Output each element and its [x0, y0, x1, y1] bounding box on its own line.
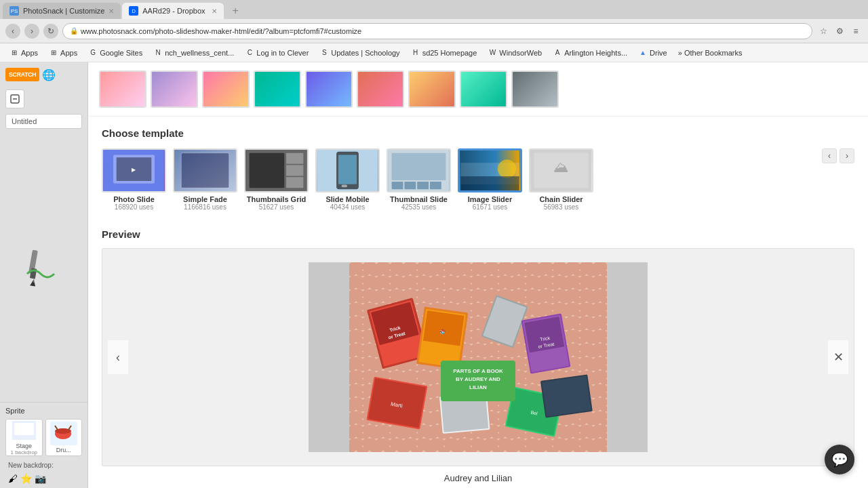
menu-icon[interactable]: ≡	[849, 24, 863, 38]
content-area: Choose template ▶ Photo Sl	[88, 62, 868, 488]
template-simple-fade-uses: 1166816 uses	[184, 203, 226, 211]
bookmark-drive-label: Drive	[650, 49, 667, 57]
template-slide-mobile-thumb	[315, 148, 380, 192]
template-thumbnail-slide[interactable]: Thumbnail Slide 42535 uses	[387, 148, 451, 211]
template-section: Choose template ▶ Photo Sl	[88, 117, 868, 222]
new-tab-button[interactable]: +	[225, 3, 245, 19]
left-sidebar: SCRATCH 🌐 Untitled Sprite	[0, 62, 88, 488]
backdrop-tools: 🖌 ⭐ 📷	[3, 472, 85, 485]
thumbnail-9[interactable]	[511, 70, 559, 108]
thumbnail-1[interactable]	[99, 70, 146, 108]
main-layout: SCRATCH 🌐 Untitled Sprite	[0, 62, 868, 488]
new-backdrop-label: New backdrop:	[3, 459, 85, 472]
bookmark-schoology-label: Updates | Schoology	[331, 49, 399, 57]
scratch-logo[interactable]: SCRATCH	[5, 68, 39, 81]
bookmark-apps-1[interactable]: ⊞ Apps	[5, 47, 42, 59]
svg-rect-31	[404, 182, 416, 189]
template-image-slider[interactable]: Image Slider 61671 uses	[458, 148, 522, 211]
template-photo-slide-name: Photo Slide	[113, 195, 155, 203]
bookmark-google-sites[interactable]: G Google Sites	[84, 47, 146, 59]
template-chain-slider-name: Chain Slider	[539, 195, 583, 203]
bookmark-windsor[interactable]: W WindsorWeb	[484, 47, 546, 59]
thumb-img-3	[203, 72, 248, 106]
preview-next-button[interactable]: ✕	[828, 340, 848, 374]
template-photo-slide-uses: 168920 uses	[115, 203, 153, 211]
template-chain-slider-uses: 56983 uses	[544, 203, 579, 211]
forward-button[interactable]: ›	[24, 24, 39, 39]
thumbnail-8[interactable]	[460, 70, 507, 108]
template-slide-mobile[interactable]: Slide Mobile 40434 uses	[315, 148, 380, 211]
bookmark-nch[interactable]: N nch_wellness_cent...	[149, 47, 238, 59]
chat-bubble[interactable]: 💬	[825, 445, 854, 474]
bookmark-drive[interactable]: ▲ Drive	[634, 47, 671, 59]
sprite-section: Sprite Stage 1 backdrop	[0, 402, 87, 488]
bookmark-schoology[interactable]: S Updates | Schoology	[315, 47, 403, 59]
svg-point-36	[498, 160, 516, 178]
tab-close-dropbox[interactable]: ✕	[212, 7, 217, 15]
thumb-img-5	[307, 72, 351, 106]
untitled-field[interactable]: Untitled	[5, 114, 82, 129]
stage-thumb	[10, 420, 37, 441]
thumbnail-7[interactable]	[408, 70, 456, 108]
star-icon[interactable]: ☆	[816, 24, 830, 38]
thumbnail-5[interactable]	[305, 70, 353, 108]
bookmark-arlington[interactable]: A Arlington Heights...	[549, 47, 631, 59]
template-thumbnails-grid-uses: 51627 uses	[259, 203, 294, 211]
back-button[interactable]: ‹	[5, 24, 20, 39]
bookmark-clever[interactable]: C Log in to Clever	[241, 47, 313, 59]
globe-icon: 🌐	[42, 68, 56, 81]
scratch-logo-area: SCRATCH 🌐	[0, 62, 87, 87]
tool-button-1[interactable]	[5, 89, 24, 108]
tab-photosnack[interactable]: PS PhotoSnack | Customize ✕	[3, 3, 121, 19]
drum-sprite[interactable]: Dru...	[45, 419, 83, 456]
thumb-img-6	[358, 72, 403, 106]
template-thumbnails-grid[interactable]: Thumbnails Grid 51627 uses	[244, 148, 309, 211]
preview-image-area: Trick or Treat 📚	[309, 262, 648, 452]
template-photo-slide[interactable]: ▶ Photo Slide 168920 uses	[102, 148, 166, 211]
sd25-icon: H	[411, 48, 420, 58]
sidebar-toolbar	[0, 87, 87, 111]
reload-button[interactable]: ↻	[43, 24, 58, 39]
drive-icon: ▲	[638, 48, 648, 58]
tab-dropbox[interactable]: D AARd29 - Dropbox ✕	[122, 3, 224, 19]
svg-text:⛰: ⛰	[553, 159, 569, 176]
svg-rect-41	[309, 262, 349, 452]
photosnack-favicon: PS	[9, 6, 19, 16]
template-simple-fade[interactable]: Simple Fade 1166816 uses	[173, 148, 237, 211]
bookmark-apps-2[interactable]: ⊞ Apps	[45, 47, 81, 59]
svg-line-10	[55, 426, 58, 430]
stage-sublabel: 1 backdrop	[10, 449, 37, 455]
tab-close-photosnack[interactable]: ✕	[108, 7, 114, 15]
template-chain-slider[interactable]: ⛰ Chain Slider 56983 uses	[529, 148, 593, 211]
template-section-title: Choose template	[102, 127, 854, 139]
stage-sprite[interactable]: Stage 1 backdrop	[5, 419, 43, 456]
thumbnail-3[interactable]	[202, 70, 250, 108]
pen-area	[0, 131, 87, 402]
svg-text:LILIAN: LILIAN	[469, 384, 487, 390]
bookmark-other[interactable]: » Other Bookmarks	[674, 47, 747, 58]
camera-tool[interactable]: 📷	[35, 473, 46, 484]
preview-prev-button[interactable]: ‹	[108, 340, 128, 374]
bookmark-sd25[interactable]: H sd25 Homepage	[407, 47, 481, 59]
extensions-icon[interactable]: ⚙	[833, 24, 846, 38]
thumbnail-2[interactable]	[151, 70, 198, 108]
preview-caption: Audrey and Lilian	[102, 473, 854, 483]
address-bar[interactable]: 🔒 www.photosnack.com/photo-slideshow-mak…	[62, 23, 812, 39]
preview-section: Preview ‹	[88, 222, 868, 488]
paint-tool[interactable]: 🖌	[8, 473, 18, 484]
stage-label: Stage	[16, 443, 32, 449]
thumbnail-4[interactable]	[254, 70, 301, 108]
template-next-button[interactable]: ›	[840, 148, 854, 163]
thumbnail-6[interactable]	[357, 70, 404, 108]
template-image-slider-uses: 61671 uses	[473, 203, 508, 211]
template-prev-button[interactable]: ‹	[822, 148, 837, 163]
bookmark-clever-label: Log in to Clever	[256, 49, 309, 57]
browser-chrome: PS PhotoSnack | Customize ✕ D AARd29 - D…	[0, 0, 868, 62]
untitled-label: Untitled	[12, 117, 37, 125]
svg-rect-70	[542, 376, 591, 417]
bookmark-windsor-label: WindsorWeb	[499, 49, 542, 57]
collage-bg: Trick or Treat 📚	[309, 262, 648, 452]
template-thumbnails-grid-name: Thumbnails Grid	[247, 195, 306, 203]
template-thumbnail-slide-thumb	[387, 148, 451, 192]
star-tool[interactable]: ⭐	[20, 473, 32, 484]
